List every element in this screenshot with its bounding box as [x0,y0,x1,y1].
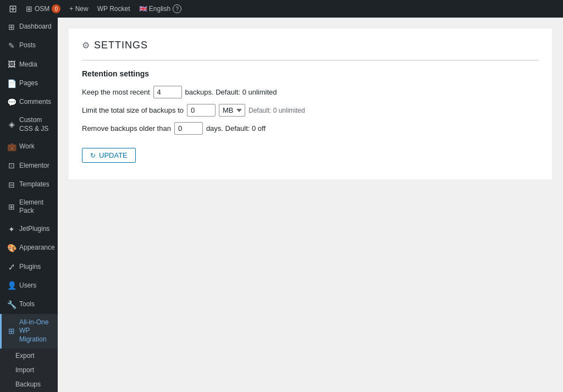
all-in-one-icon: ⊞ [7,326,16,336]
limit-size-input[interactable] [187,104,216,117]
admin-sidebar: ⊞ Dashboard ✎ Posts 🖼 Media 📄 Pages 💬 Co… [0,18,58,392]
submenu-backups[interactable]: Backups [0,377,58,391]
sidebar-item-plugins[interactable]: ⑇ Plugins [0,257,58,276]
adminbar-site-name[interactable]: ⊞ OSM 0 [21,0,65,18]
adminbar-language[interactable]: 🇬🇧 English ? [135,0,186,18]
settings-header: ⚙ SETTINGS [82,40,539,51]
adminbar-wp-logo[interactable]: ⊞ [4,0,21,18]
notifications-badge: 0 [52,4,60,13]
update-button-label: UPDATE [99,151,128,159]
sidebar-item-label: Element Pack [19,198,53,216]
sidebar-item-label: Pages [19,79,53,88]
sidebar-item-label: JetPlugins [19,225,53,234]
sidebar-item-posts[interactable]: ✎ Posts [0,36,58,55]
sidebar-item-custom-css-js[interactable]: ◈ Custom CSS & JS [0,112,58,137]
sidebar-item-dashboard[interactable]: ⊞ Dashboard [0,18,58,36]
sidebar-item-all-in-one[interactable]: ⊞ All-in-One WP Migration [0,314,58,349]
adminbar-new[interactable]: + New [65,0,92,18]
sidebar-item-label: Appearance [19,244,55,252]
submenu-export[interactable]: Export [0,349,58,363]
plugins-icon: ⑇ [7,262,16,272]
sidebar-item-label: Comments [19,98,53,107]
all-in-one-submenu: Export Import Backups Settings [0,349,58,392]
sidebar-item-label: Users [19,281,53,290]
appearance-icon: 🎨 [7,243,16,253]
remove-older-suffix: days. Default: 0 off [206,124,266,132]
tools-icon: 🔧 [7,300,16,310]
dashboard-icon: ⊞ [7,22,16,32]
page-title: SETTINGS [94,40,148,51]
keep-recent-suffix: backups. Default: 0 unlimited [185,88,277,96]
sidebar-item-element-pack[interactable]: ⊞ Element Pack [0,194,58,220]
remove-older-input[interactable] [174,122,203,135]
main-menu: ⊞ Dashboard ✎ Posts 🖼 Media 📄 Pages 💬 Co… [0,18,58,349]
site-name-label: OSM [35,5,49,13]
sidebar-item-pages[interactable]: 📄 Pages [0,74,58,93]
sidebar-item-templates[interactable]: ⊟ Templates [0,175,58,194]
custom-css-icon: ◈ [7,119,16,129]
media-icon: 🖼 [7,59,16,69]
sidebar-item-label: All-in-One WP Migration [19,318,53,344]
posts-icon: ✎ [7,41,16,51]
adminbar-rocket[interactable]: WP Rocket [93,0,135,18]
sidebar-item-work[interactable]: 💼 Work [0,137,58,156]
sidebar-item-label: Posts [19,41,53,50]
sidebar-item-label: Elementor [19,162,53,170]
templates-icon: ⊟ [7,180,16,190]
sidebar-item-label: Custom CSS & JS [19,116,53,133]
remove-older-label: Remove backups older than [82,124,171,132]
limit-size-row: Limit the total size of backups to MB GB… [82,104,539,117]
limit-size-unit-select[interactable]: MB GB [219,104,245,117]
element-pack-icon: ⊞ [7,202,16,212]
header-divider [82,60,539,60]
sidebar-item-label: Dashboard [19,23,53,31]
sidebar-item-appearance[interactable]: 🎨 Appearance [0,239,58,257]
keep-recent-row: Keep the most recent backups. Default: 0… [82,86,539,98]
keep-recent-input[interactable] [153,86,182,98]
work-icon: 💼 [7,142,16,152]
sidebar-item-tools[interactable]: 🔧 Tools [0,295,58,314]
update-icon: ↻ [90,152,96,159]
sidebar-item-media[interactable]: 🖼 Media [0,55,58,74]
sidebar-item-label: Templates [19,180,53,189]
submenu-import[interactable]: Import [0,363,58,377]
keep-recent-label: Keep the most recent [82,88,150,96]
jetplugins-icon: ✦ [7,224,16,234]
comments-icon: 💬 [7,97,16,107]
main-content: ⚙ SETTINGS Retention settings Keep the m… [58,18,563,392]
users-icon: 👤 [7,280,16,290]
sidebar-item-label: Media [19,60,53,69]
sidebar-item-label: Work [19,142,53,151]
gear-icon: ⚙ [82,40,90,51]
admin-bar: ⊞ ⊞ OSM 0 + New WP Rocket 🇬🇧 English ? [0,0,563,18]
sidebar-item-label: Tools [19,300,53,309]
sidebar-item-jetplugins[interactable]: ✦ JetPlugins [0,220,58,239]
retention-title: Retention settings [82,69,539,78]
sidebar-item-elementor[interactable]: ⊡ Elementor [0,156,58,175]
pages-icon: 📄 [7,79,16,89]
remove-older-row: Remove backups older than days. Default:… [82,122,539,135]
limit-size-suffix: Default: 0 unlimited [249,107,305,114]
elementor-icon: ⊡ [7,161,16,170]
limit-size-label: Limit the total size of backups to [82,106,184,114]
sidebar-item-comments[interactable]: 💬 Comments [0,93,58,112]
settings-wrap: ⚙ SETTINGS Retention settings Keep the m… [69,29,552,179]
sidebar-item-users[interactable]: 👤 Users [0,276,58,295]
update-button[interactable]: ↻ UPDATE [82,148,136,163]
sidebar-item-label: Plugins [19,263,53,272]
